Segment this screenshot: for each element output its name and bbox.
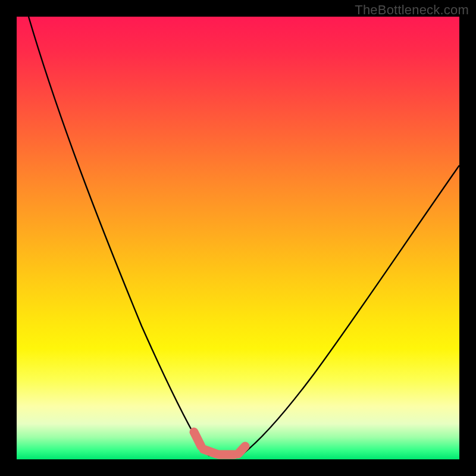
svg-line-0 [194,432,201,446]
right-curve [240,165,459,456]
curve-overlay [17,17,459,459]
chart-frame: TheBottleneck.com [0,0,476,476]
left-curve [29,17,209,456]
plot-area [17,17,459,459]
trough-highlight [194,432,245,455]
svg-line-3 [238,446,245,454]
svg-line-1 [203,449,217,454]
watermark-text: TheBottleneck.com [355,2,469,18]
